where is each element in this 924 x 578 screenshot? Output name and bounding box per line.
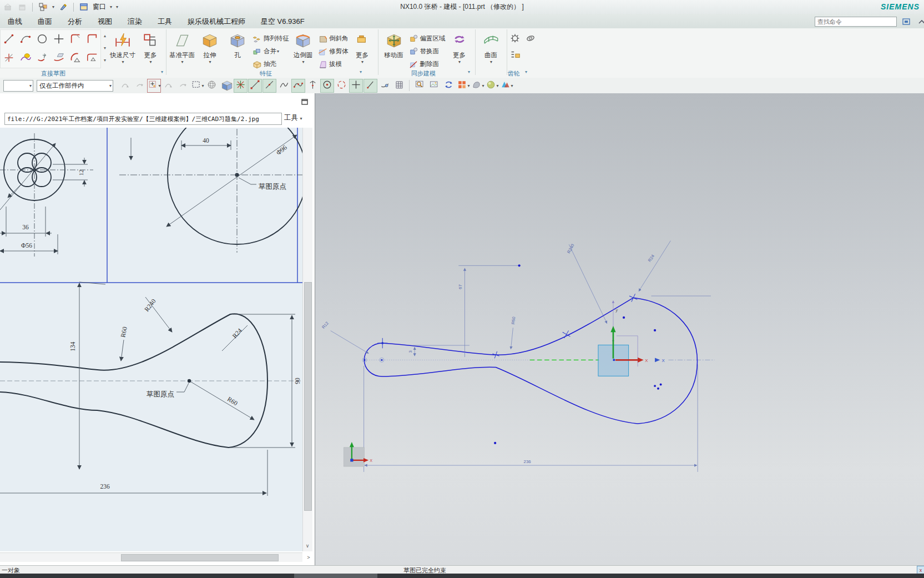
dim-236[interactable]: 236 <box>524 459 532 464</box>
shadeic-toolbar-button[interactable]: ▾ <box>471 79 484 93</box>
hingea-toolbar-button[interactable] <box>161 79 175 93</box>
status-corner-icon[interactable]: x <box>917 566 924 574</box>
ball-toolbar-button[interactable]: ▾ <box>485 79 499 93</box>
dropdown-arrow-icon[interactable]: ▾ <box>159 83 161 88</box>
gear-tool-button[interactable] <box>509 32 521 46</box>
handa-toolbar-button[interactable] <box>176 79 190 93</box>
sline3-toolbar-button[interactable] <box>262 79 276 93</box>
scorner-tool-button[interactable] <box>84 30 100 49</box>
trim-body-button[interactable]: 修剪体 <box>317 45 349 58</box>
dropdown-arrow-icon[interactable]: ▾ <box>511 83 513 88</box>
gear-pair-tool-button[interactable] <box>524 32 537 46</box>
group-dialog-arrow-icon[interactable]: ▾ <box>468 69 470 74</box>
dropdown-arrow-icon[interactable]: ▾ <box>458 59 461 64</box>
dropdown-arrow-icon[interactable]: ▾ <box>122 59 124 64</box>
dropdown-arrow-icon[interactable]: ▾ <box>482 83 484 88</box>
window-home-icon[interactable] <box>17 2 28 13</box>
sketch-point[interactable] <box>363 359 365 361</box>
dim-r12[interactable]: R12 <box>321 320 330 329</box>
sline2-toolbar-button[interactable] <box>248 79 262 93</box>
window-menu-arrow-icon[interactable]: ▾ <box>110 4 112 9</box>
sarc-tool-button[interactable] <box>17 30 34 49</box>
sslash-toolbar-button[interactable] <box>363 79 377 93</box>
dim-67[interactable]: 67 <box>458 284 463 289</box>
scroll-down-icon[interactable]: ∨ <box>303 541 312 550</box>
dashrect-toolbar-button[interactable]: ▾ <box>190 79 204 93</box>
handa-toolbar-button[interactable] <box>133 79 147 93</box>
pbox-toolbar-button[interactable]: ▾ <box>147 79 161 93</box>
rot-toolbar-button[interactable] <box>442 79 456 93</box>
group-dialog-arrow-icon[interactable]: ▾ <box>161 69 163 74</box>
tab-7[interactable]: 娱乐级机械工程师 <box>180 14 253 28</box>
dropdown-arrow-icon[interactable]: ▾ <box>149 59 152 64</box>
dropdown-arrow-icon[interactable]: ▾ <box>490 59 492 64</box>
group-dialog-arrow-icon[interactable]: ▾ <box>525 69 527 74</box>
scrossv-toolbar-button[interactable] <box>306 79 320 93</box>
scircquad-toolbar-button[interactable] <box>335 79 349 93</box>
tools-menu-button[interactable]: 工具 ▾ <box>284 113 302 123</box>
move-face-button[interactable]: 移动面 <box>380 29 408 59</box>
gridv-toolbar-button[interactable]: ▾ <box>456 79 470 93</box>
sketch-point[interactable] <box>657 388 659 390</box>
sketch-point[interactable] <box>654 385 656 387</box>
tab-3[interactable]: 分析 <box>60 14 90 28</box>
dim-r240[interactable]: R240 <box>566 243 575 254</box>
gear-list-tool-button[interactable] <box>509 55 521 63</box>
datum-plane-button[interactable]: 基准平面▾ <box>168 29 196 64</box>
offset-region-button[interactable]: 偏置区域 <box>408 32 446 45</box>
dim-r12-leader[interactable] <box>331 331 369 354</box>
selection-filter-combo[interactable]: ▾ <box>3 80 33 92</box>
tab-4[interactable]: 视图 <box>90 14 120 28</box>
sprofile-tool-button[interactable] <box>67 30 84 49</box>
dim-r240-leader[interactable] <box>569 244 607 323</box>
search-input[interactable] <box>815 17 897 27</box>
unite-button[interactable]: 合并▾ <box>251 45 289 58</box>
more2-button[interactable]: 更多▾ <box>349 29 376 64</box>
grid-scroll-arrows[interactable]: ▴▾▾ <box>101 29 109 66</box>
magw-toolbar-button[interactable] <box>413 79 427 93</box>
extrude-button[interactable]: 拉伸▾ <box>196 29 224 64</box>
dropdown-arrow-icon[interactable]: ▾ <box>361 59 363 64</box>
dim-r60[interactable]: R60 <box>511 316 516 325</box>
chamfer-button[interactable]: 倒斜角 <box>317 32 349 45</box>
minimize-ribbon-icon[interactable] <box>916 16 924 27</box>
home-icon[interactable] <box>2 2 13 13</box>
dim-r24-leader[interactable] <box>639 241 670 291</box>
spoly-tool-button[interactable] <box>84 49 100 68</box>
sketch-point[interactable] <box>518 264 521 267</box>
scircdot-toolbar-button[interactable] <box>320 79 334 93</box>
replace-face-button[interactable]: 替换面 <box>408 45 446 58</box>
vscroll-thumb[interactable] <box>304 282 312 511</box>
delete-face-button[interactable]: 删除面 <box>408 58 446 71</box>
dropdown-arrow-icon[interactable]: ▾ <box>497 83 499 88</box>
image-path-field[interactable]: file:///G:/2021年工作档案/项目开发实验室/【三维建模案例】/三维… <box>4 113 282 125</box>
smove-tool-button[interactable] <box>34 49 51 68</box>
sarcfil-tool-button[interactable] <box>67 49 84 68</box>
draft-button[interactable]: 拔模 <box>317 58 349 71</box>
splus-toolbar-button[interactable] <box>349 79 363 93</box>
panel-divider[interactable] <box>315 93 315 565</box>
sline-tool-button[interactable] <box>1 30 17 49</box>
tab-1[interactable]: 曲线 <box>0 14 30 28</box>
sketch-canvas[interactable]: 67 3 R60 R240 R24 R12 236 <box>315 93 924 565</box>
qat-overflow-icon[interactable]: ▾ <box>116 4 118 9</box>
wire-toolbar-button[interactable] <box>205 79 219 93</box>
restore-window-icon[interactable] <box>300 98 309 106</box>
window-menu-label[interactable]: 窗口 <box>93 2 106 12</box>
dim-r60-leader[interactable] <box>511 328 513 349</box>
layout-icon[interactable] <box>37 2 48 13</box>
sketch-point[interactable] <box>494 442 496 444</box>
shell-button[interactable]: 抽壳 <box>251 58 289 71</box>
selection-scope-combo[interactable]: 仅在工作部件内▾ <box>37 80 113 92</box>
dropdown-arrow-icon[interactable]: ▾ <box>202 83 204 88</box>
sproj-tool-button[interactable] <box>51 49 67 68</box>
tab-2[interactable]: 曲面 <box>30 14 60 28</box>
snapstar-toolbar-button[interactable] <box>234 79 248 93</box>
graphics-viewport[interactable]: 67 3 R60 R240 R24 R12 236 <box>315 93 924 565</box>
vertical-scrollbar[interactable]: ∨ <box>302 128 312 551</box>
more1-button[interactable]: 更多▾ <box>137 29 164 64</box>
tab-6[interactable]: 工具 <box>150 14 180 28</box>
drawing-image[interactable]: 12 36 Φ56 40 Φ96 草图原点 <box>0 128 302 551</box>
sketch-point[interactable] <box>381 359 382 361</box>
cube2-toolbar-button[interactable] <box>219 79 233 93</box>
